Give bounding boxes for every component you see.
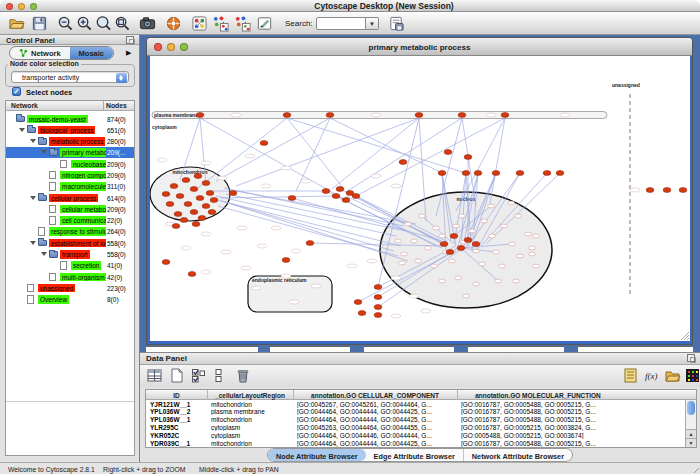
graph-node[interactable] xyxy=(492,171,500,176)
save-icon[interactable] xyxy=(31,15,48,32)
graph-node-label[interactable] xyxy=(221,250,231,254)
graph-node[interactable] xyxy=(202,204,210,209)
select-nodes-checkbox[interactable]: ✓ xyxy=(12,87,21,96)
graph-node-small[interactable] xyxy=(508,201,515,205)
unselect-attributes-icon[interactable] xyxy=(212,367,229,384)
graph-node-small[interactable] xyxy=(419,214,426,218)
graph-node-label[interactable] xyxy=(201,270,211,274)
graph-node-small[interactable] xyxy=(495,279,502,283)
function-builder-icon[interactable]: f(x) xyxy=(643,367,660,384)
graph-node-label[interactable] xyxy=(486,113,496,117)
table-scrollbar[interactable]: ▲ ▼ xyxy=(685,400,696,447)
table-row[interactable]: YJR121W__1mitochondrion[GO:0045267, GO:0… xyxy=(146,400,686,408)
graph-node-small[interactable] xyxy=(431,264,438,268)
graph-node[interactable] xyxy=(679,188,687,193)
graph-node-small[interactable] xyxy=(449,259,456,263)
table-cell[interactable]: YKR052C xyxy=(150,432,205,439)
graph-node-label[interactable] xyxy=(231,113,241,117)
network-canvas[interactable]: plasma membranecytoplasmmitochondrionnuc… xyxy=(150,56,690,341)
graph-node[interactable] xyxy=(336,187,344,192)
table-cell[interactable]: YPL036W__2 xyxy=(150,408,205,415)
tab-network[interactable]: Network xyxy=(10,47,70,59)
graph-node-small[interactable] xyxy=(501,224,508,228)
import-attributes-icon[interactable] xyxy=(664,367,681,384)
search-input[interactable] xyxy=(316,17,366,30)
graph-node-label[interactable] xyxy=(271,226,281,230)
graph-node[interactable] xyxy=(210,198,218,203)
graph-node-small[interactable] xyxy=(395,239,402,243)
float-panel-icon[interactable] xyxy=(126,36,134,44)
tab-mosaic[interactable]: Mosaic xyxy=(70,47,113,59)
tab-scroll-right-icon[interactable]: ▶ xyxy=(126,49,131,57)
graph-node[interactable] xyxy=(170,184,178,189)
graph-edge[interactable] xyxy=(216,118,330,181)
graph-node[interactable] xyxy=(444,150,452,155)
attribute-grid-icon[interactable] xyxy=(146,367,163,384)
graph-node[interactable] xyxy=(374,305,382,310)
expand-triangle-icon[interactable] xyxy=(30,241,36,245)
table-cell[interactable]: mitochondrion xyxy=(211,401,291,408)
expand-triangle-icon[interactable] xyxy=(30,139,36,143)
graph-node[interactable] xyxy=(260,141,268,146)
table-cell[interactable]: [GO:0045263, GO:0044464, GO:0044455, G..… xyxy=(297,424,455,431)
graph-node-label[interactable] xyxy=(181,246,191,250)
select-attributes-icon[interactable] xyxy=(190,367,207,384)
tree-row-secretion[interactable]: secretion41(0) xyxy=(6,260,134,271)
graph-node-small[interactable] xyxy=(515,214,522,218)
graph-node-small[interactable] xyxy=(433,226,440,230)
graph-node-small[interactable] xyxy=(529,252,536,256)
graph-node[interactable] xyxy=(440,242,448,247)
table-cell[interactable]: [GO:0044464, GO:0044446, GO:0044444, G..… xyxy=(297,432,455,439)
table-cell[interactable]: YDR039C__1 xyxy=(150,440,205,447)
graph-node-label[interactable] xyxy=(245,154,255,158)
table-cell[interactable]: [GO:0005488, GO:0005215, GO:0003674] xyxy=(461,432,617,439)
graph-node[interactable] xyxy=(332,194,340,199)
table-cell[interactable]: [GO:0044464, GO:0044444, GO:0044425, G..… xyxy=(297,408,455,415)
graph-node-small[interactable] xyxy=(455,276,462,280)
graph-node[interactable] xyxy=(464,155,472,160)
table-cell[interactable]: [GO:0016787, GO:0005488, GO:0005215, G..… xyxy=(461,401,617,408)
table-row[interactable]: YPL036W__2plasma membrane[GO:0044464, GO… xyxy=(146,408,686,416)
zoom-fit-icon[interactable] xyxy=(95,15,112,32)
graph-node-label[interactable] xyxy=(391,184,401,188)
graph-node-label[interactable] xyxy=(421,309,431,313)
graph-node[interactable] xyxy=(162,260,170,265)
tree-row-metabolic-process[interactable]: metabolic process280(0) xyxy=(6,136,134,147)
tree-row-establishment-of-loc[interactable]: establishment of loc558(0) xyxy=(6,237,134,248)
graph-node[interactable] xyxy=(446,250,454,255)
graph-node[interactable] xyxy=(474,171,482,176)
graph-node-label[interactable] xyxy=(367,259,377,263)
node-color-dropdown[interactable]: transporter activity xyxy=(11,71,129,83)
graph-node-small[interactable] xyxy=(415,259,422,263)
annotation-icon[interactable] xyxy=(256,15,273,32)
snapshot-icon[interactable] xyxy=(139,15,156,32)
graph-node[interactable] xyxy=(374,285,382,290)
graph-node-small[interactable] xyxy=(463,294,470,298)
graph-node[interactable] xyxy=(288,196,296,201)
graph-node-label[interactable] xyxy=(560,113,570,117)
graph-node[interactable] xyxy=(415,113,423,118)
scroll-up-icon[interactable]: ▲ xyxy=(686,429,696,438)
scroll-down-icon[interactable]: ▼ xyxy=(686,438,696,447)
graph-node[interactable] xyxy=(180,218,188,223)
tree-row-mosaic-demo-yeast[interactable]: mosaic-demo-yeast874(0) xyxy=(6,113,134,124)
graph-node-label[interactable] xyxy=(289,300,299,304)
graph-node-label[interactable] xyxy=(371,174,381,178)
expand-triangle-icon[interactable] xyxy=(30,196,36,200)
graph-node-small[interactable] xyxy=(405,222,412,226)
table-cell[interactable]: mitochondrion xyxy=(211,440,291,447)
table-cell[interactable]: YJR121W__1 xyxy=(150,401,205,408)
graph-node-small[interactable] xyxy=(439,279,446,283)
graph-node[interactable] xyxy=(462,171,470,176)
graph-node[interactable] xyxy=(174,212,182,217)
graph-edge[interactable] xyxy=(296,118,330,191)
graph-node[interactable] xyxy=(326,113,334,118)
graph-node[interactable] xyxy=(374,313,382,318)
graph-edge[interactable] xyxy=(221,201,401,246)
graph-node[interactable] xyxy=(458,113,466,118)
graph-node[interactable] xyxy=(646,188,654,193)
graph-node-label[interactable] xyxy=(409,294,419,298)
graph-node[interactable] xyxy=(556,171,564,176)
graph-node[interactable] xyxy=(176,194,184,199)
graph-node-small[interactable] xyxy=(525,232,532,236)
